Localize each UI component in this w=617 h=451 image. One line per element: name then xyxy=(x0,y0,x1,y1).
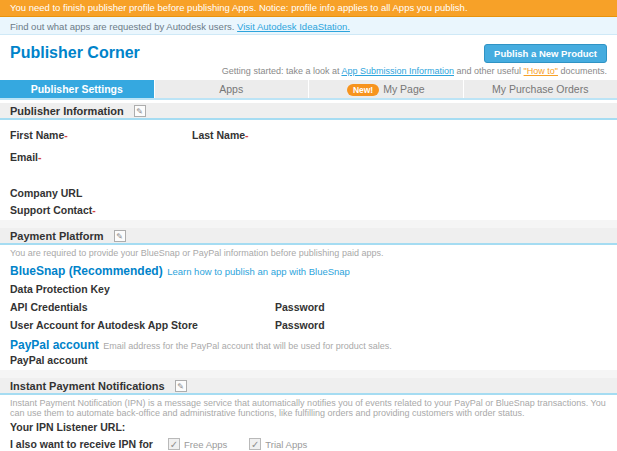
ipn-header: Instant Payment Notifications ✎ xyxy=(0,378,617,395)
info-bar-text: Find out what apps are requested by Auto… xyxy=(10,21,237,32)
password-label: Password xyxy=(275,301,325,313)
bluesnap-learn-link[interactable]: Learn how to publish an app with BlueSna… xyxy=(167,266,350,277)
required-marker: - xyxy=(38,151,42,163)
email-label: Email- xyxy=(10,151,607,163)
app-submission-information-link[interactable]: App Submission Information xyxy=(341,66,454,76)
warning-banner-text: You need to finish publisher profile bef… xyxy=(10,2,468,13)
edit-icon[interactable]: ✎ xyxy=(114,230,126,242)
paypal-account-label: PayPal account xyxy=(10,354,607,366)
api-credentials-label: API Credentials xyxy=(10,301,275,313)
company-url-label: Company URL xyxy=(10,187,607,199)
first-name-label: First Name- xyxy=(10,129,192,141)
page-title: Publisher Corner xyxy=(10,44,140,62)
tab-bar: Publisher Settings Apps New!My Page My P… xyxy=(0,80,617,100)
last-name-label: Last Name- xyxy=(192,129,249,141)
publish-new-product-button[interactable]: Publish a New Product xyxy=(484,44,607,63)
publisher-information-title: Publisher Information xyxy=(10,105,124,117)
payment-platform-content: You are required to provide your BlueSna… xyxy=(0,245,617,370)
ideastation-link[interactable]: Visit Autodesk IdeaStation. xyxy=(237,21,350,32)
trial-apps-checkbox[interactable]: ✓ xyxy=(249,438,261,450)
data-protection-key-label: Data Protection Key xyxy=(10,283,607,295)
tab-my-page[interactable]: New!My Page xyxy=(309,80,464,98)
ipn-title: Instant Payment Notifications xyxy=(10,380,165,392)
ipn-receive-label: I also want to receive IPN for xyxy=(10,438,168,450)
required-marker: - xyxy=(245,129,249,141)
payment-platform-title: Payment Platform xyxy=(10,230,104,242)
tab-publisher-settings[interactable]: Publisher Settings xyxy=(0,80,155,98)
required-marker: - xyxy=(92,204,96,216)
ipn-description: Instant Payment Notification (IPN) is a … xyxy=(10,398,607,418)
free-apps-label: Free Apps xyxy=(184,439,227,450)
tab-my-purchase-orders[interactable]: My Purchase Orders xyxy=(464,80,617,98)
getting-started-middle: and other useful xyxy=(454,66,524,76)
tab-my-page-label: My Page xyxy=(383,83,424,95)
paypal-line: PayPal account Email address for the Pay… xyxy=(10,335,607,353)
ipn-content: Instant Payment Notification (IPN) is a … xyxy=(0,395,617,451)
publisher-information-content: First Name- Last Name- Email- Company UR… xyxy=(0,120,617,220)
free-apps-checkbox[interactable]: ✓ xyxy=(168,438,180,450)
payment-platform-intro: You are required to provide your BlueSna… xyxy=(10,248,607,258)
getting-started-prefix: Getting started: take a look at xyxy=(222,66,342,76)
support-contact-label: Support Contact- xyxy=(10,204,607,216)
new-badge: New! xyxy=(347,84,379,96)
publisher-information-header: Publisher Information ✎ xyxy=(0,103,617,120)
user-account-label: User Account for Autodesk App Store xyxy=(10,319,275,331)
edit-icon[interactable]: ✎ xyxy=(134,105,146,117)
tab-apps[interactable]: Apps xyxy=(155,80,310,98)
bluesnap-line: BlueSnap (Recommended) Learn how to publ… xyxy=(10,261,607,279)
ipn-listener-url-label: Your IPN Listener URL: xyxy=(10,421,607,433)
getting-started-suffix: documents. xyxy=(558,66,607,76)
trial-apps-label: Trial Apps xyxy=(265,439,307,450)
bluesnap-title: BlueSnap (Recommended) xyxy=(10,264,163,278)
section-separator xyxy=(0,220,617,228)
section-separator xyxy=(0,370,617,378)
how-to-link[interactable]: "How to" xyxy=(524,66,558,76)
page-head: Publisher Corner Publish a New Product xyxy=(0,35,617,64)
trial-apps-checkbox-item: ✓ Trial Apps xyxy=(249,438,307,450)
paypal-title: PayPal account xyxy=(10,338,99,352)
paypal-description: Email address for the PayPal account tha… xyxy=(103,341,392,351)
free-apps-checkbox-item: ✓ Free Apps xyxy=(168,438,227,450)
password-label: Password xyxy=(275,319,325,331)
getting-started-line: Getting started: take a look at App Subm… xyxy=(0,64,617,80)
required-marker: - xyxy=(64,129,68,141)
payment-platform-header: Payment Platform ✎ xyxy=(0,228,617,245)
warning-banner: You need to finish publisher profile bef… xyxy=(0,0,617,17)
info-bar: Find out what apps are requested by Auto… xyxy=(0,17,617,35)
edit-icon[interactable]: ✎ xyxy=(175,380,187,392)
